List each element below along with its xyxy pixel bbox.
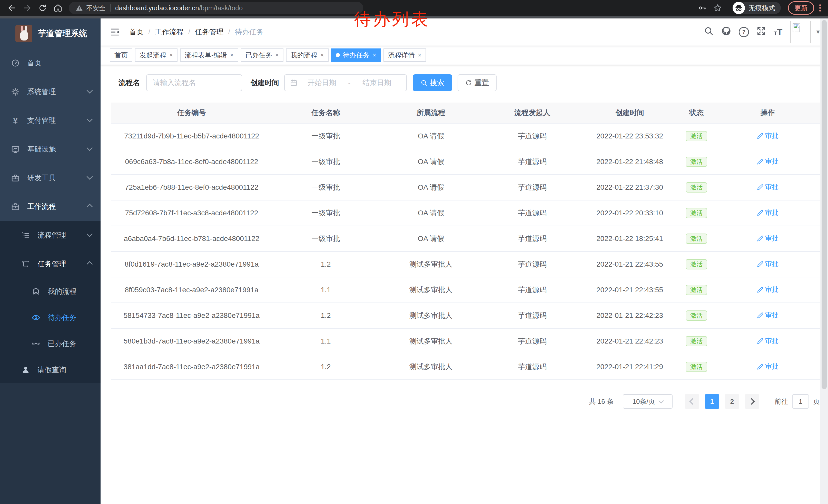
tags-view-bar: 首页 发起流程× 流程表单-编辑× 已办任务× 我的流程× 待办任务× 流程详情… [100, 46, 828, 65]
tab-home[interactable]: 首页 [110, 48, 132, 62]
search-button[interactable]: 搜索 [413, 74, 452, 91]
reset-button[interactable]: 重置 [458, 74, 497, 91]
approve-link[interactable]: 审批 [757, 234, 779, 243]
goto-page-input[interactable] [792, 394, 809, 409]
prev-page-button[interactable] [685, 394, 699, 409]
close-icon[interactable]: × [373, 51, 376, 59]
tab-label: 我的流程 [291, 51, 317, 60]
tab-label: 首页 [114, 51, 128, 60]
chevron-down-icon [86, 173, 93, 179]
incognito-badge: 无痕模式 [733, 2, 781, 14]
refresh-icon [465, 80, 472, 86]
task-name-cell: 1.1 [272, 328, 380, 354]
approve-link[interactable]: 审批 [757, 285, 779, 294]
app-logo[interactable]: 芋道管理系统 [0, 18, 100, 49]
arrow-left-icon [7, 4, 16, 12]
tab-my-process[interactable]: 我的流程× [286, 48, 329, 62]
tab-done-tasks[interactable]: 已办任务× [241, 48, 283, 62]
search-icon[interactable] [704, 26, 714, 38]
edit-icon [757, 338, 763, 344]
scrollbar-track[interactable] [820, 18, 828, 504]
page-1-button[interactable]: 1 [705, 394, 719, 409]
approve-link[interactable]: 审批 [757, 362, 779, 371]
help-icon[interactable]: ? [739, 27, 749, 37]
tab-process-form-edit[interactable]: 流程表单-编辑× [180, 48, 238, 62]
collapse-sidebar-button[interactable] [110, 27, 120, 37]
col-actions: 操作 [716, 102, 820, 123]
sidebar-item-label: 支付管理 [27, 116, 56, 125]
fullscreen-icon[interactable] [757, 27, 766, 38]
page-2-button[interactable]: 2 [725, 394, 739, 409]
tab-todo-tasks[interactable]: 待办任务× [331, 48, 381, 62]
date-range-picker[interactable]: 开始日期 - 结束日期 [284, 74, 407, 91]
task-id-cell: 73211d9d-7b9b-11ec-b5b7-acde48001122 [111, 123, 272, 149]
arrow-right-icon [23, 4, 32, 12]
process-name-input[interactable] [146, 74, 242, 91]
approve-link[interactable]: 审批 [757, 157, 779, 166]
forward-button[interactable] [19, 1, 35, 15]
github-icon[interactable] [721, 26, 731, 38]
update-button[interactable]: 更新 [788, 1, 814, 15]
home-button[interactable] [50, 1, 66, 15]
initiator-cell: 芋道源码 [482, 175, 582, 200]
col-create-time: 创建时间 [582, 102, 677, 123]
col-initiator: 流程发起人 [482, 102, 582, 123]
key-icon[interactable] [695, 1, 710, 15]
create-time-cell: 2022-01-22 21:48:48 [582, 149, 677, 175]
refresh-button[interactable] [35, 1, 50, 15]
sidebar-item-done-tasks[interactable]: 已办任务 [0, 331, 100, 357]
sidebar-item-devtools[interactable]: 研发工具 [0, 164, 100, 192]
approve-link[interactable]: 审批 [757, 131, 779, 140]
approve-link[interactable]: 审批 [757, 260, 779, 268]
sidebar-item-task-mgmt[interactable]: 任务管理 [0, 250, 100, 278]
close-icon[interactable]: × [275, 51, 279, 59]
back-button[interactable] [4, 1, 19, 15]
next-page-button[interactable] [745, 394, 759, 409]
sidebar-item-payment[interactable]: ¥ 支付管理 [0, 106, 100, 135]
tab-start-process[interactable]: 发起流程× [135, 48, 177, 62]
address-bar[interactable]: 不安全 dashboard.yudao.iocoder.cn/bpm/task/… [69, 2, 363, 14]
close-icon[interactable]: × [230, 51, 234, 59]
create-time-cell: 2022-01-21 22:43:55 [582, 277, 677, 303]
process-cell: 测试多审批人 [380, 251, 482, 277]
col-task-id: 任务编号 [111, 102, 272, 123]
close-icon[interactable]: × [169, 51, 173, 59]
approve-link[interactable]: 审批 [757, 336, 779, 345]
breadcrumb-item[interactable]: 任务管理 [195, 27, 224, 37]
process-cell: OA 请假 [380, 175, 482, 200]
sidebar-item-process-mgmt[interactable]: 流程管理 [0, 221, 100, 250]
approve-link[interactable]: 审批 [757, 208, 779, 217]
approve-link[interactable]: 审批 [757, 183, 779, 191]
sidebar-item-my-process[interactable]: 我的流程 [0, 278, 100, 305]
avatar[interactable] [790, 21, 811, 43]
browser-menu-icon[interactable] [819, 4, 821, 11]
sidebar-item-todo-tasks[interactable]: 待办任务 [0, 305, 100, 331]
caret-down-icon[interactable]: ▼ [815, 29, 821, 35]
close-icon[interactable]: × [320, 51, 324, 59]
font-size-icon[interactable]: TT [774, 28, 782, 36]
scrollbar-thumb[interactable] [822, 20, 827, 389]
breadcrumb-item[interactable]: 首页 [129, 27, 143, 37]
approve-label: 审批 [765, 183, 779, 191]
breadcrumb-separator: / [188, 28, 190, 36]
create-time-cell: 2022-01-21 22:42:23 [582, 328, 677, 354]
workflow-submenu: 流程管理 任务管理 我的流程 [0, 221, 100, 383]
pagination: 共 16 条 10条/页 1 2 前往 页 [111, 394, 820, 409]
initiator-cell: 芋道源码 [482, 251, 582, 277]
col-task-name: 任务名称 [272, 102, 380, 123]
page-size-select[interactable]: 10条/页 [623, 394, 672, 409]
breadcrumb-item[interactable]: 工作流程 [155, 27, 184, 37]
sidebar-item-home[interactable]: 首页 [0, 49, 100, 78]
sidebar-item-workflow[interactable]: 工作流程 [0, 192, 100, 221]
bookmark-star-icon[interactable] [710, 1, 726, 15]
sidebar-item-leave-query[interactable]: 请假查询 [0, 357, 100, 383]
create-time-cell: 2022-01-21 22:41:29 [582, 354, 677, 380]
goto-label: 前往 [775, 397, 788, 406]
sidebar-item-infra[interactable]: 基础设施 [0, 135, 100, 164]
close-icon[interactable]: × [418, 51, 421, 59]
tab-process-detail[interactable]: 流程详情× [383, 48, 426, 62]
sidebar-item-system[interactable]: 系统管理 [0, 78, 100, 106]
process-cell: OA 请假 [380, 149, 482, 175]
approve-link[interactable]: 审批 [757, 311, 779, 320]
calendar-icon [290, 79, 297, 87]
